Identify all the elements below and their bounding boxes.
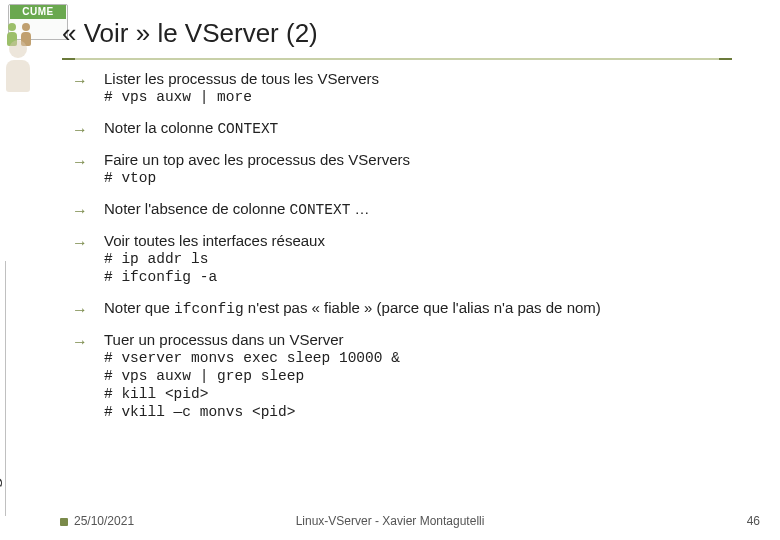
arrow-icon: → <box>72 202 88 220</box>
bullet-item: → Noter que ifconfig n'est pas « fiable … <box>76 299 756 317</box>
command-line: # vps auxw | more <box>104 89 756 105</box>
bullet-text: Voir toutes les interfaces réseaux <box>104 232 325 249</box>
footer: 25/10/2021 Linux-VServer - Xavier Montag… <box>0 514 780 528</box>
slide: CUME « Voir » le VServer (2) → Lister le… <box>0 0 780 540</box>
logo: CUME <box>8 4 68 40</box>
footer-date-text: 25/10/2021 <box>74 514 134 528</box>
bullet-item: → Faire un top avec les processus des VS… <box>76 151 756 186</box>
bullet-item: → Noter l'absence de colonne CONTEXT … <box>76 200 756 218</box>
command-line: # vserver monvs exec sleep 10000 & <box>104 350 756 366</box>
arrow-icon: → <box>72 333 88 351</box>
command-line: # vps auxw | grep sleep <box>104 368 756 384</box>
bullet-mono: ifconfig <box>174 301 244 317</box>
bullet-text-post: … <box>350 200 369 217</box>
slide-title: « Voir » le VServer (2) <box>62 18 318 49</box>
bullet-item: → Noter la colonne CONTEXT <box>76 119 756 137</box>
title-rule <box>62 58 732 60</box>
command-line: # vkill —c monvs <pid> <box>104 404 756 420</box>
bullet-text-pre: Noter la colonne <box>104 119 217 136</box>
command-line: # kill <pid> <box>104 386 756 402</box>
bullet-text-post: n'est pas « fiable » (parce que l'alias … <box>244 299 601 316</box>
bullet-list: → Lister les processus de tous les VServ… <box>76 70 756 420</box>
arrow-icon: → <box>72 153 88 171</box>
bullet-text: Lister les processus de tous les VServer… <box>104 70 379 87</box>
bullet-text: Tuer un processus dans un VServer <box>104 331 344 348</box>
command-line: # ip addr ls <box>104 251 756 267</box>
bullet-mono: CONTEXT <box>290 202 351 218</box>
bullet-item: → Lister les processus de tous les VServ… <box>76 70 756 105</box>
footer-page: 46 <box>747 514 760 528</box>
sidebar-label: Stage CUME Virtualisation <box>0 261 6 516</box>
content: → Lister les processus de tous les VServ… <box>76 70 756 434</box>
bullet-icon <box>60 518 68 526</box>
bullet-item: → Tuer un processus dans un VServer # vs… <box>76 331 756 420</box>
bullet-text-pre: Noter l'absence de colonne <box>104 200 290 217</box>
arrow-icon: → <box>72 121 88 139</box>
bullet-text-pre: Noter que <box>104 299 174 316</box>
footer-date: 25/10/2021 <box>60 514 134 528</box>
command-line: # vtop <box>104 170 756 186</box>
person-icon <box>4 40 32 96</box>
watermark <box>4 40 46 110</box>
logo-label: CUME <box>10 5 66 19</box>
command-line: # ifconfig -a <box>104 269 756 285</box>
bullet-mono: CONTEXT <box>217 121 278 137</box>
bullet-text: Faire un top avec les processus des VSer… <box>104 151 410 168</box>
arrow-icon: → <box>72 234 88 252</box>
bullet-item: → Voir toutes les interfaces réseaux # i… <box>76 232 756 285</box>
footer-center: Linux-VServer - Xavier Montagutelli <box>296 514 485 528</box>
arrow-icon: → <box>72 301 88 319</box>
arrow-icon: → <box>72 72 88 90</box>
